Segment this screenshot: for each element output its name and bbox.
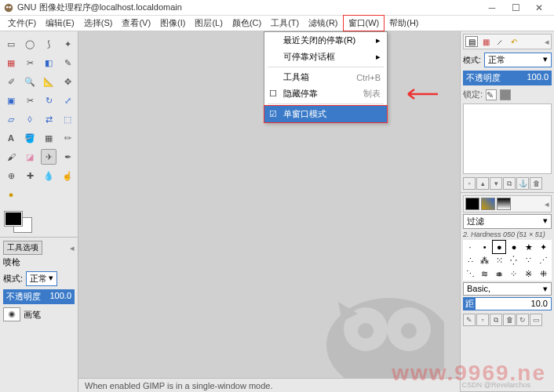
layer-list[interactable]	[463, 103, 552, 174]
brush-dup-button[interactable]: ⧉	[490, 314, 502, 326]
brush-item[interactable]: ≋	[479, 267, 491, 280]
tool-crop[interactable]: ✂	[22, 93, 38, 108]
layer-delete-button[interactable]: 🗑	[530, 177, 542, 190]
tab-menu-icon[interactable]: ◂	[545, 199, 549, 209]
menu-help[interactable]: 帮助(H)	[385, 16, 423, 31]
brush-preset-select[interactable]: Basic,▾	[463, 282, 552, 296]
menu-layers[interactable]: 图层(L)	[190, 16, 227, 31]
layer-dup-button[interactable]: ⧉	[503, 177, 516, 190]
tool-free-select[interactable]: ⟆	[41, 36, 56, 52]
tool-measure[interactable]: 📐	[41, 74, 56, 89]
layer-new-button[interactable]: ▫	[463, 177, 476, 190]
tool-cage[interactable]: ⬚	[60, 111, 75, 127]
brush-item[interactable]: ∴	[464, 254, 476, 267]
tool-clone[interactable]: ⊕	[3, 168, 19, 183]
tab-menu-icon[interactable]: ◂	[70, 243, 75, 253]
gradients-tab-icon[interactable]	[497, 198, 511, 210]
brush-item[interactable]: ※	[523, 267, 535, 280]
brush-item[interactable]: ⁙	[493, 254, 505, 267]
tool-smudge[interactable]: ☝	[60, 168, 75, 183]
menu-recent-docks[interactable]: 最近关闭的停靠(R)▸	[264, 32, 387, 49]
brush-item[interactable]: ⁂	[479, 254, 491, 267]
tool-ellipse-select[interactable]: ◯	[22, 36, 38, 52]
menu-filters[interactable]: 滤镜(R)	[304, 16, 342, 31]
brush-delete-button[interactable]: 🗑	[503, 314, 516, 326]
tool-pencil[interactable]: ✏	[60, 130, 75, 146]
tool-dodge[interactable]: ●	[3, 187, 19, 202]
tool-perspective[interactable]: ◊	[22, 111, 38, 127]
tool-scissors[interactable]: ✂	[22, 55, 38, 71]
lock-alpha-icon[interactable]	[500, 89, 511, 100]
patterns-tab-icon[interactable]	[481, 198, 495, 210]
tool-by-color[interactable]: ▦	[3, 55, 19, 71]
tool-flip[interactable]: ⇄	[41, 111, 56, 127]
layer-opacity-slider[interactable]: 不透明度 100.0	[463, 71, 552, 85]
brush-item[interactable]: ∵	[523, 254, 535, 267]
tool-shear[interactable]: ▱	[3, 111, 19, 127]
brush-item[interactable]: •	[479, 241, 491, 253]
layer-mode-select[interactable]: 正常▾	[484, 53, 552, 67]
maximize-button[interactable]: ☐	[504, 1, 527, 15]
foreground-color[interactable]	[5, 212, 22, 226]
brush-new-button[interactable]: ▫	[476, 314, 489, 326]
brush-item[interactable]: ✦	[537, 241, 549, 253]
tool-heal[interactable]: ✚	[22, 168, 38, 183]
brush-filter-select[interactable]: 过滤▾	[463, 214, 552, 229]
tool-scale[interactable]: ⤢	[60, 93, 75, 108]
brush-spacing-slider[interactable]: 距 10.0	[463, 297, 552, 310]
tool-ink[interactable]: ✒	[60, 149, 75, 165]
brush-item[interactable]: ●	[493, 241, 505, 253]
tool-move[interactable]: ✥	[60, 74, 75, 89]
close-button[interactable]: ✕	[527, 1, 551, 15]
brush-item[interactable]: ⁜	[537, 267, 549, 280]
history-tab-icon[interactable]: ↶	[508, 36, 520, 47]
tab-menu-icon[interactable]: ◂	[545, 37, 549, 47]
layer-anchor-button[interactable]: ⚓	[516, 177, 529, 190]
opacity-slider[interactable]: 不透明度 100.0	[3, 289, 75, 304]
tool-color-picker[interactable]: ✐	[3, 74, 19, 89]
color-swatch[interactable]	[5, 212, 33, 232]
menu-edit[interactable]: 编辑(E)	[41, 16, 79, 31]
tool-eraser[interactable]: ◪	[22, 149, 38, 165]
menu-tools[interactable]: 工具(T)	[266, 16, 304, 31]
tool-rect-select[interactable]: ▭	[3, 36, 19, 52]
tool-rotate[interactable]: ↻	[41, 93, 56, 108]
menu-toolbox[interactable]: 工具箱Ctrl+B	[264, 69, 387, 85]
tool-fuzzy-select[interactable]: ✦	[60, 36, 75, 52]
lock-pixels-icon[interactable]: ✎	[486, 89, 497, 100]
layer-down-button[interactable]: ▾	[490, 177, 502, 190]
menu-dockable-dialogs[interactable]: 可停靠对话框▸	[264, 49, 387, 65]
brush-thumbnail[interactable]	[3, 307, 20, 321]
brush-edit-button[interactable]: ✎	[463, 314, 476, 326]
tool-blur[interactable]: 💧	[41, 168, 56, 183]
menu-file[interactable]: 文件(F)	[3, 16, 41, 31]
tool-options-tab[interactable]: 工具选项	[3, 241, 42, 255]
tool-align[interactable]: ▣	[3, 93, 19, 108]
brush-item[interactable]: ⁛	[508, 254, 520, 267]
tool-zoom[interactable]: 🔍	[22, 74, 38, 89]
brush-item[interactable]: ⋱	[464, 267, 476, 280]
brushes-tab-icon[interactable]	[465, 198, 479, 210]
brush-open-button[interactable]: ▭	[530, 314, 542, 326]
brush-item[interactable]: ⁘	[508, 267, 520, 280]
tool-paintbrush[interactable]: 🖌	[3, 149, 19, 165]
brush-item[interactable]: ★	[523, 241, 535, 253]
menu-image[interactable]: 图像(I)	[155, 16, 190, 31]
menu-colors[interactable]: 颜色(C)	[228, 16, 266, 31]
tool-text[interactable]: A	[3, 130, 19, 146]
tool-blend[interactable]: ▦	[41, 130, 56, 146]
brush-item[interactable]: ●	[508, 241, 520, 253]
menu-select[interactable]: 选择(S)	[79, 16, 118, 31]
brush-refresh-button[interactable]: ↻	[516, 314, 529, 326]
menu-windows[interactable]: 窗口(W)	[343, 15, 385, 31]
brush-item[interactable]: ⩩	[493, 267, 505, 280]
mode-select[interactable]: 正常▾	[26, 271, 57, 286]
layers-tab-icon[interactable]: ▤	[465, 36, 478, 47]
tool-bucket[interactable]: 🪣	[22, 130, 38, 146]
brush-item[interactable]: ·	[464, 241, 476, 253]
menu-single-window-mode[interactable]: ☑单窗口模式	[264, 105, 388, 123]
layer-up-button[interactable]: ▴	[476, 177, 489, 190]
tool-foreground[interactable]: ◧	[41, 55, 56, 71]
menu-hide-docks[interactable]: ☐隐藏停靠制表	[264, 85, 387, 102]
menu-view[interactable]: 查看(V)	[117, 16, 155, 31]
